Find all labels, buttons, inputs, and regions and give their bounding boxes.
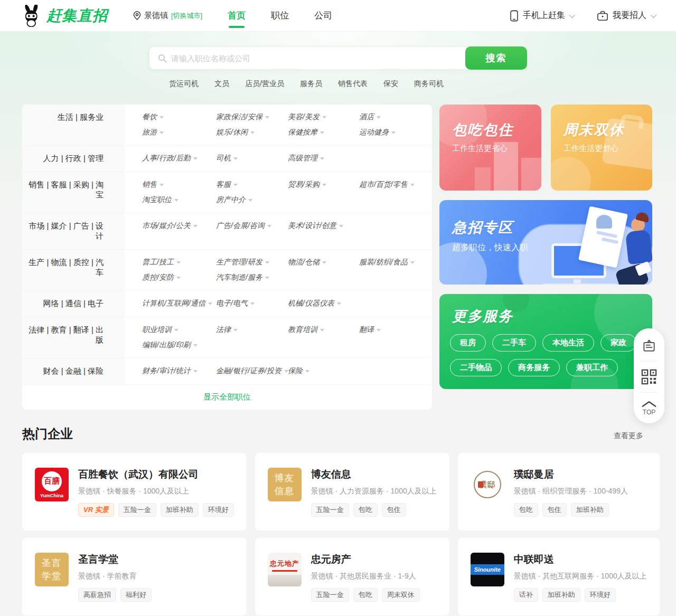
category-row: 人力 | 行政 | 管理 人事/行政/后勤 司机 高级管理 [22, 145, 432, 172]
category-label: 网络 | 通信 | 电子 [22, 291, 125, 317]
top-navbar: 赶集直招 景德镇 [切换城市] 首页 职位 公司 手机上赶集 [0, 0, 676, 32]
category-item[interactable]: 保健按摩 [288, 128, 359, 137]
category-item[interactable]: 服装/纺织/食品 [359, 258, 432, 267]
banner-urgent-jobs[interactable]: 急招专区 超多职位，快速入职 [439, 200, 652, 285]
category-item[interactable]: 旅游 [142, 128, 216, 137]
hot-tag[interactable]: 销售代表 [338, 79, 368, 89]
category-item[interactable]: 贸易/采购 [288, 180, 359, 189]
company-card[interactable]: 璞邸 璞邸曼居 景德镇 · 组织管理服务 · 100-499人 包吃 包住 加班… [458, 453, 660, 530]
category-item[interactable]: 物流/仓储 [288, 258, 359, 267]
category-item[interactable]: 编辑/出版/印刷 [142, 340, 216, 350]
service-pill[interactable]: 二手物品 [450, 359, 502, 376]
company-card[interactable]: 百膳 YumChina 百胜餐饮（武汉）有限公司 景德镇 · 快餐服务 · 10… [22, 453, 247, 530]
category-item[interactable]: 美容/美发 [288, 112, 359, 122]
phone-icon [510, 10, 519, 22]
service-pill[interactable]: 本地生活 [542, 334, 594, 352]
category-item[interactable]: 司机 [216, 154, 288, 163]
banner-meals-housing[interactable]: 包吃包住 工作生活更省心 [439, 105, 541, 191]
company-card[interactable]: 忠元地产 忠元房产 景德镇 · 其他居民服务业 · 1-9人 五险一金 包吃 周… [255, 538, 449, 615]
caret-down-icon [250, 131, 255, 134]
category-item[interactable]: 淘宝职位 [142, 195, 216, 205]
qr-code-button[interactable] [641, 369, 657, 385]
category-item-label: 司机 [216, 154, 231, 162]
category-item[interactable]: 汽车制造/服务 [216, 273, 288, 282]
mobile-app-menu[interactable]: 手机上赶集 [510, 10, 574, 22]
company-logo: 璞邸 [471, 468, 504, 501]
category-item[interactable]: 财务/审计/统计 [142, 366, 216, 376]
benefit-tag: 话补 [514, 588, 538, 602]
nav-tab-jobs[interactable]: 职位 [271, 0, 289, 31]
category-item[interactable]: 客服 [216, 180, 288, 189]
resume-icon [642, 339, 656, 354]
category-item[interactable]: 普工/技工 [142, 258, 216, 267]
category-item[interactable]: 计算机/互联网/通信 [142, 299, 216, 308]
category-item[interactable]: 电子/电气 [216, 299, 288, 308]
back-to-top-button[interactable]: TOP [641, 400, 657, 416]
benefit-tag: 五险一金 [118, 503, 156, 517]
service-pill[interactable]: 租房 [450, 334, 486, 352]
category-item[interactable]: 市场/媒介/公关 [142, 221, 216, 231]
benefit-tag: 包吃 [353, 588, 378, 602]
hot-tag[interactable]: 服务员 [300, 79, 322, 89]
category-item[interactable]: 高级管理 [288, 154, 359, 163]
caret-down-icon [176, 261, 181, 264]
hot-tag[interactable]: 货运司机 [169, 79, 199, 89]
hot-tag[interactable]: 店员/营业员 [245, 79, 284, 89]
category-item[interactable]: 美术/设计/创意 [288, 221, 359, 231]
benefit-tag: 包住 [542, 503, 567, 517]
category-item[interactable]: 保险 [288, 366, 359, 376]
category-item[interactable]: 法律 [216, 325, 288, 335]
switch-city-link[interactable]: [切换城市] [171, 11, 202, 21]
company-card[interactable]: 博友 信息 博友信息 景德镇 · 人力资源服务 · 1000人及以上 五险一金 … [255, 453, 449, 530]
category-item-label: 高级管理 [288, 154, 317, 162]
service-pill[interactable]: 商务服务 [508, 359, 560, 376]
banner-weekend-off[interactable]: 周末双休 工作生活更舒心 [551, 105, 653, 191]
company-logo-text: 博友 [275, 472, 295, 484]
hot-tag[interactable]: 文员 [214, 79, 229, 89]
category-item[interactable]: 翻译 [359, 325, 432, 335]
caret-down-icon [267, 225, 271, 228]
recruit-menu[interactable]: 我要招人 [597, 10, 655, 21]
service-pill[interactable]: 二手车 [492, 334, 536, 352]
vr-tag: VR 实景 [78, 503, 114, 517]
category-item[interactable]: 人事/行政/后勤 [142, 154, 216, 163]
back-to-top-label: TOP [643, 409, 655, 416]
category-item[interactable]: 酒店 [359, 112, 432, 122]
search-input[interactable] [171, 54, 471, 63]
current-city[interactable]: 景德镇 [144, 11, 168, 21]
category-item-label: 酒店 [359, 112, 374, 121]
person-body-decoration [625, 230, 652, 264]
category-item[interactable]: 教育培训 [288, 325, 359, 335]
nav-tab-home[interactable]: 首页 [228, 0, 246, 31]
category-item[interactable]: 餐饮 [142, 112, 216, 122]
category-item-label: 美术/设计/创意 [288, 221, 336, 230]
category-item[interactable]: 房产中介 [216, 195, 288, 205]
company-card[interactable]: 圣言 学堂 圣言学堂 景德镇 · 学前教育 高薪急招 福利好 [22, 538, 247, 615]
show-all-jobs-link[interactable]: 显示全部职位 [203, 392, 251, 401]
category-item[interactable]: 运动健身 [359, 128, 432, 137]
benefit-tag: 加班补助 [571, 503, 609, 517]
category-item[interactable]: 质控/安防 [142, 273, 216, 282]
resume-shortcut-button[interactable] [642, 339, 656, 354]
company-card[interactable]: Sinounite 中联即送 景德镇 · 其他互联网服务 · 1000人及以上 … [458, 538, 660, 615]
category-item-label: 翻译 [359, 325, 374, 334]
service-pill[interactable]: 兼职工作 [566, 359, 618, 376]
search-button[interactable]: 搜索 [465, 46, 527, 70]
category-item[interactable]: 超市/百货/零售 [359, 180, 432, 189]
view-more-link[interactable]: 查看更多 [614, 431, 643, 441]
category-item[interactable]: 广告/会展/咨询 [216, 221, 288, 231]
category-item[interactable]: 金融/银行/证券/投资 [216, 366, 288, 376]
brand-logo[interactable]: 赶集直招 [21, 5, 108, 27]
nav-tab-companies[interactable]: 公司 [314, 0, 332, 31]
category-item[interactable]: 家政保洁/安保 [216, 112, 288, 122]
benefit-tag: 包住 [382, 503, 406, 517]
service-pill[interactable]: 家政 [600, 334, 636, 352]
company-name: 中联即送 [514, 553, 647, 566]
category-item[interactable]: 职业培训 [142, 325, 216, 335]
hot-tag[interactable]: 保安 [383, 79, 398, 89]
category-item[interactable]: 销售 [142, 180, 216, 189]
category-item[interactable]: 机械/仪器仪表 [288, 299, 359, 308]
hot-tag[interactable]: 商务司机 [414, 79, 444, 89]
category-item[interactable]: 娱乐/休闲 [216, 128, 288, 137]
category-item[interactable]: 生产管理/研发 [216, 258, 288, 267]
